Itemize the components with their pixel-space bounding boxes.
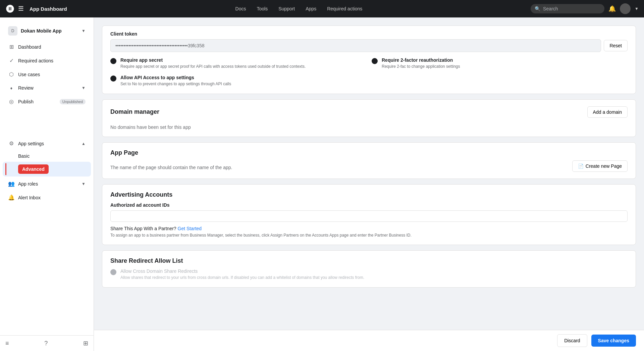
app-roles-chevron-icon: ▼ xyxy=(82,182,86,186)
nav-required-actions[interactable]: Required actions xyxy=(327,6,362,11)
sidebar-label-review: Review xyxy=(18,85,34,91)
require-app-secret-option: Require app secret Require app secret or… xyxy=(110,57,366,69)
list-icon[interactable]: ≡ xyxy=(5,340,9,347)
advanced-highlight-label: Advanced xyxy=(18,164,49,174)
app-settings-icon: ⚙ xyxy=(8,140,15,147)
token-row: Reset xyxy=(110,39,628,52)
app-selector[interactable]: D Dokan Mobile App ▼ xyxy=(3,23,91,39)
create-page-label: Create new Page xyxy=(586,163,622,169)
alert-inbox-icon: 🔔 xyxy=(8,194,15,201)
app-name: Dokan Mobile App xyxy=(21,28,62,34)
adv-partner-text: Share This App With a Partner? xyxy=(110,226,176,231)
sidebar-item-publish[interactable]: ◎ Publish Unpublished xyxy=(3,95,91,108)
require-2fa-option: Require 2-factor reauthorization Require… xyxy=(372,57,628,69)
adv-label: Authorized ad account IDs xyxy=(110,202,628,208)
domain-empty-text: No domains have been set for this app xyxy=(102,124,636,137)
client-token-card: Client token Reset Require app secret Re… xyxy=(102,26,636,94)
avatar-chevron-icon[interactable]: ▼ xyxy=(635,6,639,11)
search-box[interactable]: 🔍 xyxy=(531,4,604,13)
nav-tools[interactable]: Tools xyxy=(257,6,268,11)
require-app-secret-desc: Require app secret or app secret proof f… xyxy=(120,64,306,69)
sidebar-item-app-settings[interactable]: ⚙ App settings ▲ xyxy=(3,137,91,150)
adv-partner: Share This App With a Partner? Get Start… xyxy=(110,226,628,231)
use-cases-icon: ⬡ xyxy=(8,71,15,78)
dashboard-icon: ⊞ xyxy=(8,44,15,50)
share-redirect-card: Share Redirect Allow List Allow Cross Do… xyxy=(102,250,636,288)
adv-partner-desc: To assign an app to a business partner f… xyxy=(110,233,628,238)
allow-api-desc: Set to No to prevent changes to app sett… xyxy=(120,81,231,87)
security-options: Require app secret Require app secret or… xyxy=(110,57,628,69)
nav-docs[interactable]: Docs xyxy=(235,6,246,11)
top-nav-right: 🔍 🔔 ▼ xyxy=(531,3,639,14)
share-redirect-toggle[interactable] xyxy=(110,269,116,275)
sidebar-item-basic[interactable]: Basic xyxy=(3,151,91,161)
sidebar-item-review[interactable]: ⬧ Review ▼ xyxy=(3,82,91,94)
app-info: D Dokan Mobile App xyxy=(8,26,62,36)
require-app-secret-toggle[interactable] xyxy=(110,58,116,64)
meta-logo-icon xyxy=(5,4,15,13)
search-icon: 🔍 xyxy=(535,6,540,11)
allow-api-option: Allow API Access to app settings Set to … xyxy=(110,75,628,87)
client-token-input[interactable] xyxy=(110,39,601,52)
discard-button[interactable]: Discard xyxy=(557,334,587,347)
review-chevron-icon: ▼ xyxy=(82,86,86,90)
domain-manager-title: Domain manager xyxy=(110,108,159,115)
user-avatar[interactable] xyxy=(620,3,631,14)
publish-icon: ◎ xyxy=(8,98,15,105)
sidebar-item-advanced[interactable]: Advanced xyxy=(3,162,91,177)
sidebar: D Dokan Mobile App ▼ ⊞ Dashboard ✓ Requi… xyxy=(0,17,94,351)
create-page-button[interactable]: 📄 Create new Page xyxy=(572,160,628,172)
adv-title: Advertising Accounts xyxy=(110,191,628,198)
app-page-card: App Page The name of the page should con… xyxy=(102,142,636,179)
create-page-icon: 📄 xyxy=(578,163,584,169)
sidebar-item-use-cases[interactable]: ⬡ Use cases xyxy=(3,68,91,81)
ad-account-ids-input[interactable] xyxy=(110,210,628,222)
app-roles-icon: 👥 xyxy=(8,181,15,187)
sidebar-item-app-roles[interactable]: 👥 App roles ▼ xyxy=(3,177,91,190)
reset-button[interactable]: Reset xyxy=(604,40,628,51)
sidebar-label-required-actions: Required actions xyxy=(18,58,53,63)
app-icon: D xyxy=(8,26,17,36)
review-icon: ⬧ xyxy=(8,85,15,91)
sidebar-item-required-actions[interactable]: ✓ Required actions xyxy=(3,54,91,67)
nav-apps[interactable]: Apps xyxy=(306,6,316,11)
bottom-bar: Discard Save changes xyxy=(94,330,644,351)
advertising-accounts-card: Advertising Accounts Authorized ad accou… xyxy=(102,184,636,245)
allow-api-toggle[interactable] xyxy=(110,76,116,82)
domain-manager-header: Domain manager Add a domain xyxy=(102,100,636,124)
share-toggle-row: Allow Cross Domain Share Redirects Allow… xyxy=(110,268,628,281)
grid-icon[interactable]: ⊞ xyxy=(83,340,88,347)
sidebar-bottom: ≡ ? ⊞ xyxy=(0,335,94,351)
hamburger-icon[interactable]: ☰ xyxy=(18,5,23,12)
app-selector-chevron-icon: ▼ xyxy=(82,29,86,33)
sidebar-item-alert-inbox[interactable]: 🔔 Alert Inbox xyxy=(3,191,91,204)
client-token-label: Client token xyxy=(110,31,628,37)
adv-get-started-link[interactable]: Get Started xyxy=(178,226,202,231)
sidebar-label-basic: Basic xyxy=(18,153,30,159)
save-changes-button[interactable]: Save changes xyxy=(591,335,636,347)
require-app-secret-title: Require app secret xyxy=(120,57,306,63)
notification-bell-icon[interactable]: 🔔 xyxy=(608,5,616,12)
app-logo: ☰ App Dashboard xyxy=(5,4,67,13)
top-nav: ☰ App Dashboard Docs Tools Support Apps … xyxy=(0,0,644,17)
require-2fa-toggle[interactable] xyxy=(372,58,378,64)
main-content: Client token Reset Require app secret Re… xyxy=(94,17,644,351)
share-option-title: Allow Cross Domain Share Redirects xyxy=(120,268,364,274)
add-domain-button[interactable]: Add a domain xyxy=(587,106,628,118)
app-dashboard-title: App Dashboard xyxy=(30,6,67,12)
help-icon[interactable]: ? xyxy=(44,340,48,347)
nav-support[interactable]: Support xyxy=(278,6,295,11)
layout: D Dokan Mobile App ▼ ⊞ Dashboard ✓ Requi… xyxy=(0,17,644,351)
sidebar-item-dashboard[interactable]: ⊞ Dashboard xyxy=(3,40,91,53)
domain-manager-card: Domain manager Add a domain No domains h… xyxy=(102,99,636,137)
app-settings-chevron-icon: ▲ xyxy=(82,141,86,146)
app-page-desc: The name of the page should contain the … xyxy=(110,165,232,170)
allow-api-title: Allow API Access to app settings xyxy=(120,75,231,80)
search-input[interactable] xyxy=(543,6,600,11)
top-nav-links: Docs Tools Support Apps Required actions xyxy=(67,6,531,11)
sidebar-label-app-settings: App settings xyxy=(18,141,44,146)
require-2fa-desc: Require 2-fac to change application sett… xyxy=(382,64,460,69)
app-page-row: App Page xyxy=(110,149,628,158)
share-redirect-title: Share Redirect Allow List xyxy=(110,257,628,264)
require-2fa-title: Require 2-factor reauthorization xyxy=(382,57,460,63)
